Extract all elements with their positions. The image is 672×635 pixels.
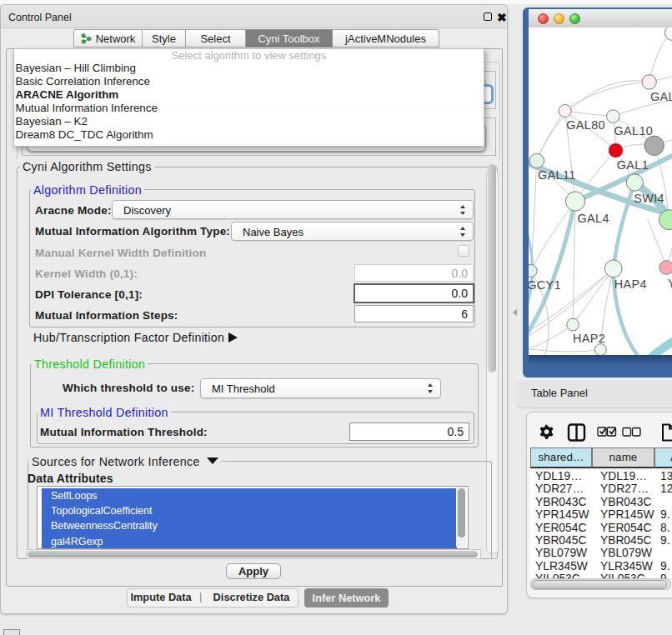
svg-text:GAL11: GAL11 (538, 168, 576, 182)
svg-text:HAP2: HAP2 (573, 332, 605, 345)
svg-text:SWI4: SWI4 (634, 192, 664, 205)
svg-text:GAL1: GAL1 (617, 158, 649, 172)
svg-text:Y: Y (668, 277, 672, 290)
svg-text:GAL7: GAL7 (650, 90, 672, 103)
svg-text:GAL80: GAL80 (566, 118, 605, 132)
svg-text:GCY1: GCY1 (529, 278, 561, 292)
svg-text:GAL4: GAL4 (577, 212, 609, 225)
svg-text:HAP4: HAP4 (614, 278, 647, 291)
svg-text:GAL10: GAL10 (614, 124, 653, 138)
